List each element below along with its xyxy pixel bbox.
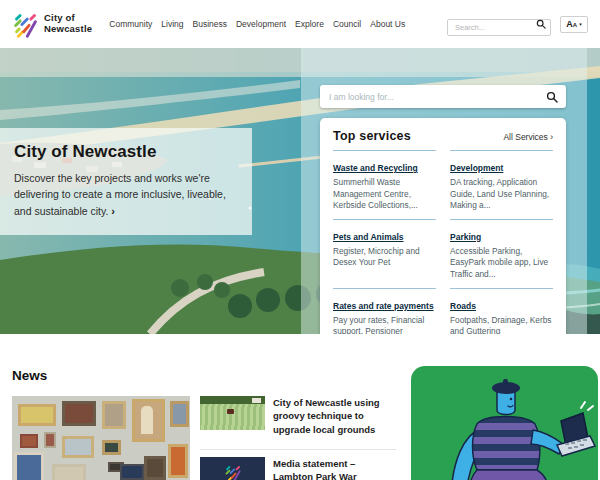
news-heading: News: [12, 368, 47, 383]
news-section: News City of Newcastle using groovy tech…: [0, 334, 600, 480]
hero-description: Discover the key projects and works we'r…: [14, 171, 236, 219]
logo-wordmark: City of Newcastle: [44, 13, 92, 35]
nav-item-community[interactable]: Community: [109, 19, 152, 29]
site-logo[interactable]: City of Newcastle: [12, 10, 92, 39]
painting-frame: [141, 406, 153, 434]
hero-section: City of Newcastle Discover the key proje…: [0, 48, 600, 334]
nav-item-explore[interactable]: Explore: [295, 19, 324, 29]
person-with-laptop-illustration: [411, 366, 598, 480]
city-of-newcastle-logo-icon: [224, 464, 242, 480]
nav-item-business[interactable]: Business: [192, 19, 227, 29]
painting-frame: [62, 436, 94, 458]
news-photo-art-gallery[interactable]: [12, 396, 190, 480]
hero-search-input[interactable]: [320, 85, 566, 108]
nav-item-council[interactable]: Council: [333, 19, 361, 29]
mower-detail: [227, 409, 234, 414]
font-size-label: Aa: [566, 20, 577, 29]
service-pets-and-animals: Pets and Animals Register, Microchip and…: [333, 219, 436, 288]
service-description: Register, Microchip and Desex Your Pet: [333, 246, 436, 269]
service-waste-and-recycling: Waste and Recycling Summerhill Waste Man…: [333, 150, 436, 219]
hero-cta-arrow[interactable]: ›: [111, 205, 115, 217]
chevron-down-icon: ▾: [579, 22, 582, 27]
top-services-heading: Top services: [333, 129, 411, 143]
painting-frame: [52, 464, 86, 480]
painting-frame: [102, 401, 126, 429]
site-header: City of Newcastle Community Living Busin…: [0, 0, 600, 48]
service-link[interactable]: Rates and rate payments: [333, 301, 434, 311]
top-services-card: Top services All Services › Waste and Re…: [320, 118, 566, 334]
main-nav: Community Living Business Development Ex…: [109, 19, 405, 29]
nav-item-development[interactable]: Development: [236, 19, 286, 29]
painting-frame: [44, 432, 56, 448]
font-size-button[interactable]: Aa ▾: [560, 16, 588, 33]
service-development: Development DA tracking, Application Gui…: [450, 150, 553, 219]
painting-frame: [62, 401, 96, 426]
news-item-title[interactable]: City of Newcastle using groovy technique…: [273, 396, 396, 436]
promo-card[interactable]: [411, 366, 598, 480]
news-thumbnail-grass-field: [200, 396, 265, 430]
header-search: [447, 16, 551, 33]
service-description: Accessible Parking, EasyPark mobile app,…: [450, 246, 553, 281]
painting-frame: [14, 452, 44, 480]
service-roads: Roads Footpaths, Drainage, Kerbs and Gut…: [450, 288, 553, 334]
search-icon[interactable]: [536, 19, 546, 29]
painting-frame: [20, 434, 38, 448]
hero-title: City of Newcastle: [14, 142, 236, 162]
painting-frame: [170, 401, 189, 427]
news-item[interactable]: City of Newcastle Media statement – Lamb…: [200, 449, 396, 480]
city-of-newcastle-logo-icon: [12, 10, 39, 39]
painting-frame: [144, 456, 166, 480]
header-tools: Aa ▾: [447, 16, 588, 33]
services-grid: Waste and Recycling Summerhill Waste Man…: [333, 150, 553, 334]
painting-frame: [120, 464, 144, 480]
painting-frame: [102, 440, 121, 455]
service-link[interactable]: Roads: [450, 301, 476, 311]
all-services-link[interactable]: All Services ›: [503, 132, 553, 142]
hero-search: [320, 85, 566, 108]
painting-frame: [18, 404, 56, 426]
news-thumbnail-logo-card: City of Newcastle: [200, 457, 265, 480]
service-description: Pay your rates, Financial support, Pensi…: [333, 315, 436, 334]
service-link[interactable]: Development: [450, 163, 503, 173]
service-rates-and-rate-payments: Rates and rate payments Pay your rates, …: [333, 288, 436, 334]
hero-intro-card: City of Newcastle Discover the key proje…: [0, 128, 252, 235]
painting-frame: [168, 444, 188, 478]
news-list: City of Newcastle using groovy technique…: [200, 396, 396, 480]
service-description: Summerhill Waste Management Centre, Kerb…: [333, 177, 436, 212]
service-link[interactable]: Parking: [450, 232, 481, 242]
nav-item-living[interactable]: Living: [161, 19, 183, 29]
news-item-title[interactable]: Media statement – Lambton Park War Memor…: [273, 457, 396, 480]
house-detail: [252, 398, 261, 403]
search-icon[interactable]: [546, 91, 558, 103]
service-description: Footpaths, Drainage, Kerbs and Guttering: [450, 315, 553, 334]
service-parking: Parking Accessible Parking, EasyPark mob…: [450, 219, 553, 288]
news-item[interactable]: City of Newcastle using groovy technique…: [200, 396, 396, 442]
service-link[interactable]: Waste and Recycling: [333, 163, 418, 173]
nav-item-about-us[interactable]: About Us: [370, 19, 405, 29]
service-link[interactable]: Pets and Animals: [333, 232, 404, 242]
service-description: DA tracking, Application Guide, Land Use…: [450, 177, 553, 212]
